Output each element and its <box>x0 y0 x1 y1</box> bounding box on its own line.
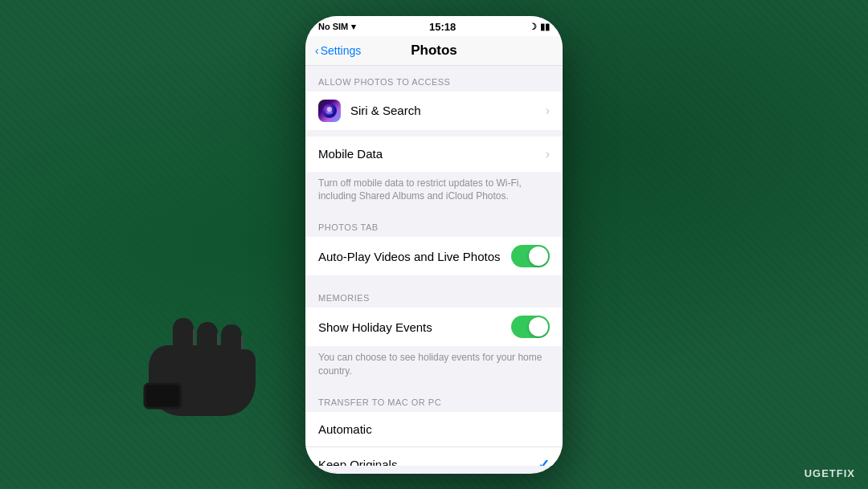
back-label: Settings <box>321 44 362 57</box>
holiday-events-toggle[interactable] <box>511 316 550 338</box>
holiday-events-description: You can choose to see holiday events for… <box>305 346 563 386</box>
spacer <box>305 275 563 282</box>
siri-search-label: Siri & Search <box>350 104 546 117</box>
group-memories: Show Holiday Events <box>305 308 563 346</box>
section-header-memories: MEMORIES <box>305 282 563 308</box>
group-transfer: Automatic Keep Originals ✓ <box>305 412 563 466</box>
status-carrier: No SIM ▾ <box>318 22 356 32</box>
holiday-events-label: Show Holiday Events <box>318 320 511 334</box>
section-header-photos-tab: PHOTOS TAB <box>305 211 563 237</box>
back-chevron-icon: ‹ <box>315 44 319 57</box>
section-header-allow: ALLOW PHOTOS TO ACCESS <box>305 66 563 92</box>
chevron-right-icon: › <box>546 104 550 118</box>
chevron-right-icon: › <box>546 147 550 161</box>
settings-content: ALLOW PHOTOS TO ACCESS <box>305 66 563 466</box>
moon-icon: ☽ <box>529 22 537 32</box>
watermark: UGETFIX <box>805 467 855 479</box>
group-mobile-data: Mobile Data › <box>305 137 563 172</box>
list-item[interactable]: Auto-Play Videos and Live Photos <box>305 237 563 275</box>
svg-point-3 <box>327 107 332 112</box>
battery-icon: ▮▮ <box>540 22 550 32</box>
back-button[interactable]: ‹ Settings <box>315 44 361 57</box>
automatic-label: Automatic <box>318 422 550 436</box>
svg-rect-0 <box>145 384 181 408</box>
wifi-icon: ▾ <box>351 22 356 32</box>
mobile-data-description: Turn off mobile data to restrict updates… <box>305 172 563 212</box>
status-icons: ☽ ▮▮ <box>529 22 550 32</box>
status-bar: No SIM ▾ 15:18 ☽ ▮▮ <box>305 16 563 36</box>
group-allow: Siri & Search › <box>305 92 563 130</box>
list-item[interactable]: Mobile Data › <box>305 137 563 172</box>
group-photos-tab: Auto-Play Videos and Live Photos <box>305 237 563 275</box>
page-title: Photos <box>411 43 457 59</box>
hand-cursor-illustration <box>125 297 285 442</box>
carrier-text: No SIM <box>318 22 348 31</box>
section-header-transfer: TRANSFER TO MAC OR PC <box>305 386 563 412</box>
list-item[interactable]: Keep Originals ✓ <box>305 447 563 466</box>
spacer <box>305 130 563 137</box>
nav-bar: ‹ Settings Photos <box>305 36 563 66</box>
checkmark-icon: ✓ <box>538 456 550 466</box>
list-item[interactable]: Show Holiday Events <box>305 308 563 346</box>
list-item[interactable]: Siri & Search › <box>305 92 563 130</box>
status-time: 15:18 <box>429 21 456 33</box>
autoplay-label: Auto-Play Videos and Live Photos <box>318 250 511 263</box>
autoplay-toggle[interactable] <box>511 245 550 267</box>
siri-app-icon <box>318 100 341 122</box>
list-item[interactable]: Automatic <box>305 412 563 447</box>
mobile-data-label: Mobile Data <box>318 147 546 161</box>
keep-originals-label: Keep Originals <box>318 458 538 465</box>
phone-screen: No SIM ▾ 15:18 ☽ ▮▮ ‹ Settings Photos AL… <box>305 16 563 474</box>
